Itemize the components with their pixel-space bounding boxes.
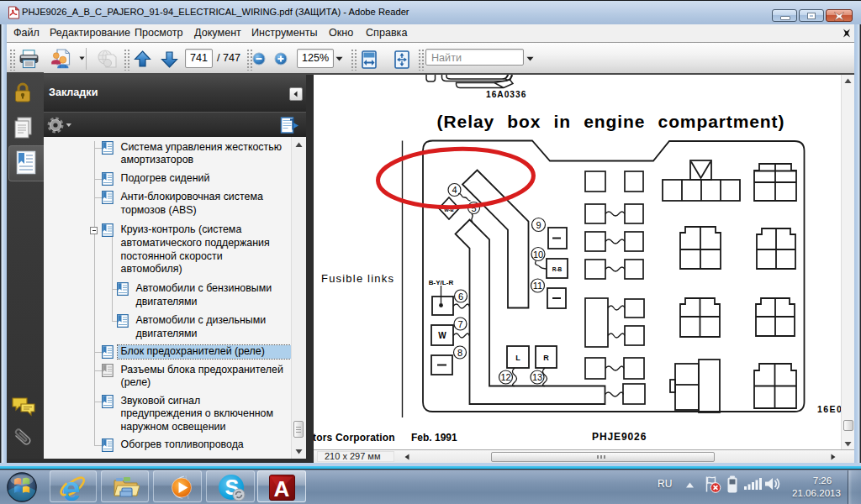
svg-text:PHJE9026: PHJE9026 <box>592 431 647 443</box>
svg-text:9: 9 <box>536 220 541 230</box>
svg-text:4: 4 <box>452 185 457 195</box>
svg-text:e: e <box>62 473 81 501</box>
svg-text:(Relay box in engine compartme: (Relay box in engine compartment) <box>437 112 785 131</box>
svg-text:R-B: R-B <box>552 266 563 272</box>
svg-text:7: 7 <box>457 319 462 329</box>
svg-text:11: 11 <box>533 281 542 291</box>
svg-text:Fusible links: Fusible links <box>321 272 394 285</box>
svg-text:L: L <box>515 354 520 362</box>
svg-text:10: 10 <box>533 249 543 260</box>
svg-text:6: 6 <box>458 291 463 302</box>
svg-text:A: A <box>274 476 290 501</box>
svg-text:12: 12 <box>500 372 510 382</box>
svg-text:8: 8 <box>457 348 462 358</box>
svg-text:B-Y/L-R: B-Y/L-R <box>429 279 454 286</box>
svg-text:W: W <box>438 331 446 340</box>
svg-text:tors Corporation: tors Corporation <box>314 432 395 444</box>
svg-text:16E0: 16E0 <box>817 404 841 414</box>
svg-text:Feb. 1991: Feb. 1991 <box>411 432 457 444</box>
svg-text:R: R <box>543 354 549 362</box>
svg-text:16A0336: 16A0336 <box>486 90 526 99</box>
svg-text:13: 13 <box>532 372 542 382</box>
